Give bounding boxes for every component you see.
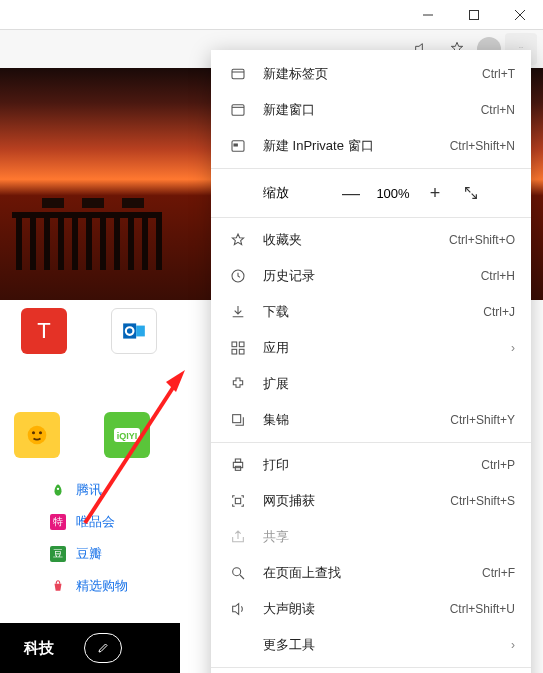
- svg-point-11: [32, 431, 35, 434]
- svg-point-10: [28, 426, 47, 445]
- tile-iqiyi[interactable]: iQIYI: [104, 412, 150, 458]
- tile-tmall[interactable]: T 天猫: [14, 308, 74, 377]
- minimize-button[interactable]: [405, 0, 451, 30]
- close-button[interactable]: [497, 0, 543, 30]
- menu-find[interactable]: 在页面上查找Ctrl+F: [211, 555, 531, 591]
- menu-label: 下载: [263, 303, 483, 321]
- svg-rect-8: [136, 326, 145, 337]
- more-menu: 新建标签页Ctrl+T 新建窗口Ctrl+N 新建 InPrivate 窗口Ct…: [211, 50, 531, 673]
- zoom-out-button[interactable]: —: [333, 175, 369, 211]
- link-label: 唯品会: [76, 513, 115, 531]
- menu-downloads[interactable]: 下载Ctrl+J: [211, 294, 531, 330]
- svg-point-12: [39, 431, 42, 434]
- edit-button[interactable]: [84, 633, 122, 663]
- menu-read-aloud[interactable]: 大声朗读Ctrl+Shift+U: [211, 591, 531, 627]
- menu-shortcut: Ctrl+Shift+S: [450, 494, 515, 508]
- extensions-icon: [227, 376, 249, 392]
- bottom-bar: 科技: [0, 623, 180, 673]
- menu-label: 扩展: [263, 375, 515, 393]
- tmall-icon: T: [21, 308, 67, 354]
- link-douban[interactable]: 豆豆瓣: [50, 538, 180, 570]
- capture-icon: [227, 493, 249, 509]
- menu-print[interactable]: 打印Ctrl+P: [211, 447, 531, 483]
- menu-shortcut: Ctrl+F: [482, 566, 515, 580]
- menu-separator: [211, 442, 531, 443]
- menu-label: 历史记录: [263, 267, 481, 285]
- menu-more-tools[interactable]: 更多工具›: [211, 627, 531, 663]
- link-tencent[interactable]: 腾讯: [50, 474, 180, 506]
- link-vip[interactable]: 特唯品会: [50, 506, 180, 538]
- link-list: 腾讯 特唯品会 豆豆瓣 精选购物: [50, 466, 180, 602]
- history-icon: [227, 268, 249, 284]
- menu-label: 网页捕获: [263, 492, 450, 510]
- svg-rect-18: [232, 69, 244, 78]
- menu-new-window[interactable]: 新建窗口Ctrl+N: [211, 92, 531, 128]
- menu-label: 应用: [263, 339, 511, 357]
- link-shopping[interactable]: 精选购物: [50, 570, 180, 602]
- pier-graphic: [12, 190, 172, 270]
- svg-rect-27: [232, 349, 237, 354]
- svg-text:iQIYI: iQIYI: [117, 431, 138, 441]
- maximize-button[interactable]: [451, 0, 497, 30]
- svg-rect-23: [234, 144, 237, 146]
- svg-rect-32: [235, 466, 240, 470]
- window-titlebar: [0, 0, 543, 30]
- menu-separator: [211, 217, 531, 218]
- menu-shortcut: Ctrl+N: [481, 103, 515, 117]
- menu-collections[interactable]: 集锦Ctrl+Shift+Y: [211, 402, 531, 438]
- read-aloud-icon: [227, 601, 249, 617]
- new-window-icon: [227, 102, 249, 118]
- chevron-right-icon: ›: [511, 638, 515, 652]
- menu-new-tab[interactable]: 新建标签页Ctrl+T: [211, 56, 531, 92]
- menu-capture[interactable]: 网页捕获Ctrl+Shift+S: [211, 483, 531, 519]
- menu-favorites[interactable]: 收藏夹Ctrl+Shift+O: [211, 222, 531, 258]
- menu-history[interactable]: 历史记录Ctrl+H: [211, 258, 531, 294]
- link-label: 豆瓣: [76, 545, 102, 563]
- menu-label: 更多工具: [263, 636, 511, 654]
- menu-shortcut: Ctrl+Shift+Y: [450, 413, 515, 427]
- chevron-right-icon: ›: [511, 341, 515, 355]
- svg-rect-30: [233, 462, 242, 467]
- tile-lion[interactable]: [14, 412, 60, 458]
- svg-rect-1: [470, 10, 479, 19]
- menu-zoom: 缩放—100%+: [211, 173, 531, 213]
- svg-marker-17: [166, 370, 185, 392]
- menu-shortcut: Ctrl+H: [481, 269, 515, 283]
- tencent-icon: [50, 482, 66, 498]
- menu-share: 共享: [211, 519, 531, 555]
- quick-tiles-row2: iQIYI: [14, 412, 150, 458]
- tile-outlook[interactable]: Outlook邮箱: [104, 308, 164, 377]
- menu-extensions[interactable]: 扩展: [211, 366, 531, 402]
- zoom-in-button[interactable]: +: [417, 175, 453, 211]
- print-icon: [227, 457, 249, 473]
- fullscreen-button[interactable]: [453, 175, 489, 211]
- douban-icon: 豆: [50, 546, 66, 562]
- zoom-value: 100%: [369, 186, 417, 201]
- menu-label: 新建标签页: [263, 65, 482, 83]
- menu-shortcut: Ctrl+Shift+N: [450, 139, 515, 153]
- menu-shortcut: Ctrl+Shift+O: [449, 233, 515, 247]
- menu-label: 新建 InPrivate 窗口: [263, 137, 450, 155]
- menu-apps[interactable]: 应用›: [211, 330, 531, 366]
- outlook-icon: [111, 308, 157, 354]
- svg-point-15: [57, 488, 59, 490]
- menu-label: 在页面上查找: [263, 564, 482, 582]
- svg-rect-31: [235, 459, 240, 462]
- menu-label: 集锦: [263, 411, 450, 429]
- tile-label: Outlook邮箱: [101, 360, 166, 377]
- svg-rect-25: [232, 342, 237, 347]
- svg-rect-20: [232, 105, 244, 116]
- menu-label: 大声朗读: [263, 600, 450, 618]
- svg-line-35: [240, 575, 244, 579]
- menu-shortcut: Ctrl+Shift+U: [450, 602, 515, 616]
- category-tech[interactable]: 科技: [24, 639, 54, 658]
- menu-new-inprivate[interactable]: 新建 InPrivate 窗口Ctrl+Shift+N: [211, 128, 531, 164]
- menu-label: 收藏夹: [263, 231, 449, 249]
- download-icon: [227, 304, 249, 320]
- menu-separator: [211, 168, 531, 169]
- menu-label: 新建窗口: [263, 101, 481, 119]
- link-label: 腾讯: [76, 481, 102, 499]
- vip-icon: 特: [50, 514, 66, 530]
- menu-separator: [211, 667, 531, 668]
- collections-icon: [227, 412, 249, 428]
